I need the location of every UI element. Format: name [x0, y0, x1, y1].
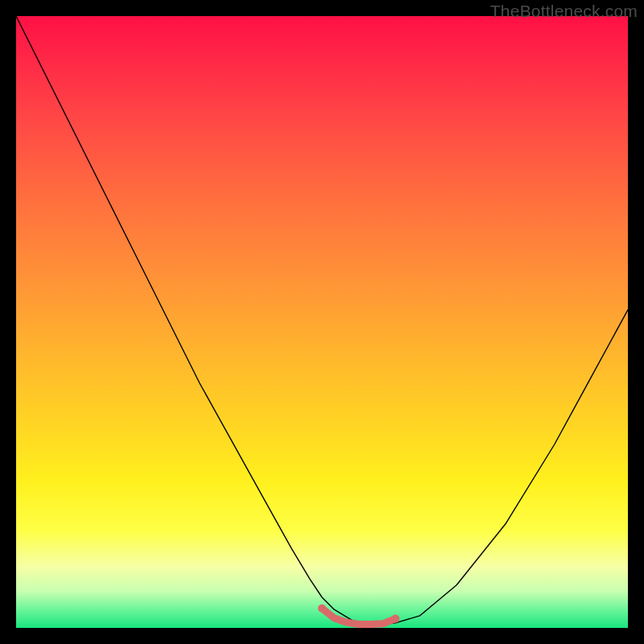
plot-area	[16, 16, 628, 628]
bottom-marker-dot-right	[391, 615, 399, 623]
watermark-text: TheBottleneck.com	[490, 2, 638, 21]
bottom-marker	[322, 609, 395, 625]
chart-frame: TheBottleneck.com	[0, 0, 644, 644]
chart-svg	[16, 16, 628, 628]
bottom-marker-dot-left	[318, 605, 326, 613]
main-curve	[16, 16, 628, 624]
